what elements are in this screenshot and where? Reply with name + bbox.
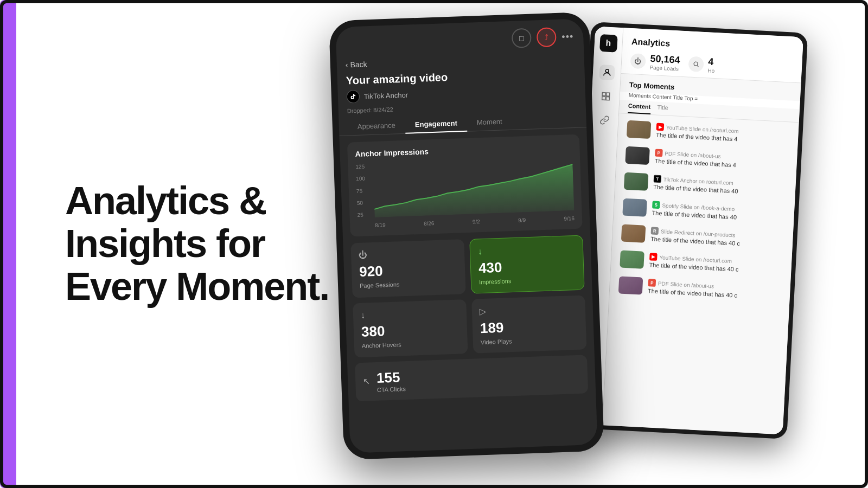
page-sessions-number: 920 bbox=[359, 260, 458, 280]
moment-info-3: T TikTok Anchor on rooturl.com The title… bbox=[653, 175, 787, 197]
moment-thumb-6 bbox=[620, 250, 644, 268]
tablet-analytics-title: Analytics bbox=[631, 37, 795, 55]
moment-thumb-4 bbox=[622, 198, 647, 217]
stats-grid: ⏻ 920 Page Sessions ↓ 430 Impressions bbox=[343, 235, 592, 298]
impressions-icon: ↓ bbox=[478, 243, 576, 256]
chart-title: Anchor Impressions bbox=[355, 142, 572, 158]
moment-thumb-1 bbox=[627, 120, 652, 139]
moment-info-7: P PDF Slide on /about-us The title of th… bbox=[648, 279, 782, 301]
moment-badge-spotify-4: S bbox=[652, 201, 660, 209]
tablet-search-icon bbox=[688, 56, 704, 72]
tab-engagement[interactable]: Engagement bbox=[405, 114, 467, 133]
x-label-92: 9/2 bbox=[473, 219, 480, 224]
impressions-label: Impressions bbox=[479, 275, 576, 285]
page-sessions-label: Page Sessions bbox=[360, 279, 458, 289]
phone-mockup: □ ⤴ ••• ‹ Back Your amazing video bbox=[336, 16, 608, 461]
x-label-916: 9/16 bbox=[564, 215, 575, 222]
moment-thumb-3 bbox=[624, 172, 649, 191]
tablet-hovers-group: 4 Ho bbox=[707, 56, 715, 74]
anchor-hovers-icon: ↓ bbox=[361, 307, 459, 320]
tablet-stat-number-group: 50,164 Page Loads bbox=[649, 53, 680, 72]
phone-tabs: Appearance Engagement Moment bbox=[339, 110, 586, 136]
chart-wrap: 125 100 75 50 25 bbox=[355, 156, 575, 229]
x-label-819: 8/19 bbox=[375, 222, 386, 228]
topbar-more-btn[interactable]: ••• bbox=[561, 30, 574, 42]
video-plays-label: Video Plays bbox=[481, 336, 579, 345]
stat-video-plays: ▷ 189 Video Plays bbox=[471, 295, 586, 353]
anchor-hovers-number: 380 bbox=[361, 320, 460, 341]
tab-moment[interactable]: Moment bbox=[467, 113, 512, 131]
anchor-hovers-label: Anchor Hovers bbox=[362, 339, 460, 349]
back-chevron-icon: ‹ bbox=[346, 60, 348, 69]
chart-y-labels: 125 100 75 50 25 bbox=[355, 163, 372, 218]
tablet-stats-row: ⏻ 50,164 Page Loads bbox=[630, 52, 793, 78]
tab-title[interactable]: Title bbox=[657, 102, 669, 115]
tiktok-badge-icon bbox=[346, 90, 360, 104]
chart-x-labels: 8/19 8/26 9/2 9/9 9/16 bbox=[375, 215, 575, 228]
cta-label: CTA Clicks bbox=[377, 386, 406, 393]
moment-info-2: P PDF Slide on /about-us The title of th… bbox=[654, 149, 788, 171]
tablet-main-content: Analytics ⏻ 50,164 Page Loads bbox=[603, 28, 803, 434]
moment-badge-yt-1: ▶ bbox=[656, 123, 665, 131]
y-label-100: 100 bbox=[356, 175, 371, 182]
cta-icon: ↖ bbox=[363, 376, 371, 386]
tab-appearance[interactable]: Appearance bbox=[347, 117, 405, 136]
tablet-hovers-number: 4 bbox=[708, 56, 716, 68]
stats-bottom-grid: ↓ 380 Anchor Hovers ▷ 189 Video Plays bbox=[345, 290, 595, 358]
tab-content[interactable]: Content bbox=[628, 100, 651, 114]
moment-info-4: S Spotify Slide on /book-a-demo The titl… bbox=[652, 201, 786, 223]
y-label-75: 75 bbox=[356, 188, 372, 194]
tablet-screen: h bbox=[575, 26, 803, 434]
moment-thumb-5 bbox=[621, 224, 646, 243]
moment-source-7: PDF Slide on /about-us bbox=[658, 280, 714, 289]
video-plays-number: 189 bbox=[480, 317, 578, 337]
back-label: Back bbox=[350, 60, 367, 69]
impressions-number: 430 bbox=[478, 256, 576, 277]
tablet-page-loads-number: 50,164 bbox=[650, 53, 680, 66]
hero-title: Analytics & Insights for Every Moment. bbox=[65, 179, 329, 309]
tablet-stat-hovers: 4 Ho bbox=[688, 55, 715, 74]
tablet-stat-page-loads: ⏻ 50,164 Page Loads bbox=[630, 52, 680, 72]
video-plays-icon: ▷ bbox=[480, 303, 578, 317]
cta-number: 155 bbox=[376, 369, 406, 387]
tablet-page-loads-label: Page Loads bbox=[649, 65, 680, 72]
phone-screen: □ ⤴ ••• ‹ Back Your amazing video bbox=[335, 18, 597, 453]
tablet-page-loads-icon: ⏻ bbox=[630, 53, 646, 69]
moment-thumb-2 bbox=[625, 146, 650, 165]
moment-badge-tiktok-3: T bbox=[654, 175, 662, 183]
moment-info-6: ▶ YouTube Slide on /rooturl.com The titl… bbox=[649, 253, 783, 275]
x-label-826: 8/26 bbox=[424, 220, 435, 227]
moment-info-5: R Slide Redirect on /our-products The ti… bbox=[650, 227, 784, 249]
moments-list: ▶ YouTube Slide on /rooturl.com The titl… bbox=[609, 115, 799, 307]
purple-accent-bar bbox=[0, 0, 16, 488]
moment-source-2: PDF Slide on /about-us bbox=[665, 150, 721, 159]
y-label-125: 125 bbox=[355, 163, 371, 170]
moment-badge-redirect-5: R bbox=[651, 227, 659, 235]
hero-section: Analytics & Insights for Every Moment. bbox=[65, 179, 329, 309]
stat-impressions: ↓ 430 Impressions bbox=[469, 235, 584, 294]
moment-badge-pdf-2: P bbox=[655, 149, 663, 157]
tablet-mockup: h bbox=[580, 27, 808, 439]
chart-svg-area bbox=[373, 156, 574, 217]
anchor-name: TikTok Anchor bbox=[364, 91, 409, 100]
moment-badge-pdf-7: P bbox=[648, 279, 656, 287]
y-label-25: 25 bbox=[357, 211, 372, 218]
moment-thumb-7 bbox=[618, 276, 643, 294]
page-sessions-icon: ⏻ bbox=[359, 247, 457, 260]
topbar-share-btn[interactable]: ⤴ bbox=[537, 27, 557, 47]
y-label-50: 50 bbox=[357, 200, 372, 206]
svg-point-5 bbox=[694, 62, 698, 66]
cta-number-group: 155 CTA Clicks bbox=[376, 369, 406, 393]
x-label-99: 9/9 bbox=[518, 217, 526, 223]
cta-section: ↖ 155 CTA Clicks bbox=[347, 349, 596, 402]
moment-badge-yt-6: ▶ bbox=[649, 253, 658, 261]
stat-cta-clicks: ↖ 155 CTA Clicks bbox=[355, 355, 588, 401]
stat-anchor-hovers: ↓ 380 Anchor Hovers bbox=[353, 299, 468, 357]
phone-shell: □ ⤴ ••• ‹ Back Your amazing video bbox=[329, 12, 604, 460]
stat-page-sessions: ⏻ 920 Page Sessions bbox=[350, 239, 465, 298]
tablet-hovers-label: Ho bbox=[707, 67, 714, 74]
topbar-monitor-btn[interactable]: □ bbox=[512, 28, 532, 48]
moment-info-1: ▶ YouTube Slide on /rooturl.com The titl… bbox=[656, 123, 790, 145]
chart-section: Anchor Impressions 125 100 75 50 25 bbox=[347, 134, 583, 237]
